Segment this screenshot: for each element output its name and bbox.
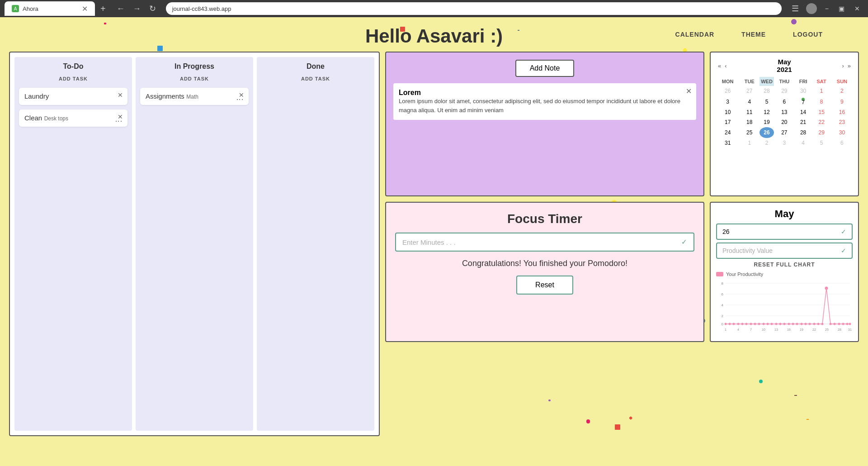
focus-timer-input[interactable]: Enter Minutes . . . ✓ bbox=[395, 233, 694, 252]
focus-timer-title: Focus Timer bbox=[507, 212, 582, 226]
nav-theme[interactable]: THEME bbox=[741, 31, 766, 38]
task-menu-assignments[interactable]: ⋮ bbox=[236, 96, 244, 101]
maximize-button[interactable]: ▣ bbox=[835, 4, 848, 13]
cal-day[interactable]: 2 bbox=[760, 138, 774, 148]
task-menu-clean[interactable]: ⋮ bbox=[114, 118, 123, 123]
cal-day[interactable]: 29 bbox=[774, 86, 795, 96]
extensions-button[interactable]: ☰ bbox=[789, 3, 802, 14]
cal-day[interactable]: 30 bbox=[795, 86, 812, 96]
cal-day[interactable]: 8 bbox=[811, 96, 831, 107]
cal-day[interactable]: 11 bbox=[739, 107, 760, 117]
cal-day[interactable]: 9 bbox=[831, 96, 853, 107]
nav-calendar[interactable]: CALENDAR bbox=[675, 31, 715, 38]
focus-timer-checkmark[interactable]: ✓ bbox=[681, 238, 687, 246]
add-task-todo-button[interactable]: ADD TASK bbox=[19, 74, 127, 83]
cal-day[interactable]: 21 bbox=[795, 117, 812, 127]
cal-day[interactable]: 29 bbox=[811, 127, 831, 138]
close-window-button[interactable]: ✕ bbox=[851, 4, 863, 13]
cal-day[interactable]: 3 bbox=[716, 96, 739, 107]
cal-day[interactable]: 7 bbox=[795, 96, 812, 107]
focus-reset-button[interactable]: Reset bbox=[516, 276, 573, 295]
chart-svg: 8 6 4 2 0 1 4 7 10 13 16 19 bbox=[716, 279, 853, 333]
minimize-button[interactable]: − bbox=[821, 4, 832, 13]
productivity-chart: 8 6 4 2 0 1 4 7 10 13 16 19 bbox=[716, 279, 853, 338]
cal-day[interactable]: 17 bbox=[716, 117, 739, 127]
browser-tab[interactable]: A Ahora ✕ bbox=[5, 1, 95, 16]
add-task-inprogress-button[interactable]: ADD TASK bbox=[140, 74, 249, 83]
productivity-date-input[interactable]: 26 ✓ bbox=[716, 223, 853, 240]
productivity-date-checkmark[interactable]: ✓ bbox=[841, 228, 846, 235]
svg-point-27 bbox=[750, 323, 752, 325]
task-card-clean: Clean Desk tops ✕ ⋮ bbox=[19, 109, 127, 127]
cal-day[interactable]: 12 bbox=[760, 107, 774, 117]
col-title-done: Done bbox=[261, 62, 370, 71]
productivity-reset-button[interactable]: RESET FULL CHART bbox=[716, 262, 853, 268]
cal-day[interactable]: 26 bbox=[716, 86, 739, 96]
cal-day[interactable]: 22 bbox=[811, 117, 831, 127]
cal-day[interactable]: 25 bbox=[739, 127, 760, 138]
add-note-button[interactable]: Add Note bbox=[515, 60, 575, 77]
cal-day[interactable]: 6 bbox=[774, 96, 795, 107]
cal-day[interactable]: 4 bbox=[795, 138, 812, 148]
cal-day[interactable]: 14 bbox=[795, 107, 812, 117]
note-card: Lorem ✕ Lorem ipsum dolor sit amet, cons… bbox=[393, 83, 696, 120]
main-layout: To-Do ADD TASK Laundry ✕ Clean Desk tops… bbox=[0, 52, 868, 436]
cal-day[interactable]: 27 bbox=[774, 127, 795, 138]
calendar-grid: MON TUE WED THU FRI SAT SUN 262728293012… bbox=[716, 77, 853, 148]
browser-controls: ← → ↻ bbox=[114, 3, 159, 14]
svg-point-44 bbox=[821, 323, 824, 325]
svg-point-31 bbox=[767, 323, 769, 325]
kanban-col-inprogress: In Progress ADD TASK Assignments Math ✕ … bbox=[136, 57, 253, 431]
cal-next-next[interactable]: » bbox=[846, 62, 853, 70]
note-delete-button[interactable]: ✕ bbox=[686, 87, 692, 95]
cal-day[interactable]: 4 bbox=[739, 96, 760, 107]
cal-day[interactable]: 10 bbox=[716, 107, 739, 117]
cal-day[interactable]: 18 bbox=[739, 117, 760, 127]
reload-button[interactable]: ↻ bbox=[146, 3, 159, 14]
cal-day[interactable]: 28 bbox=[760, 86, 774, 96]
cal-prev[interactable]: ‹ bbox=[723, 62, 728, 70]
window-controls: − ▣ ✕ bbox=[821, 4, 863, 13]
cal-day-header-fri: FRI bbox=[795, 77, 812, 86]
svg-text:28: 28 bbox=[838, 328, 841, 331]
task-delete-laundry[interactable]: ✕ bbox=[118, 91, 123, 99]
cal-day[interactable]: 24 bbox=[716, 127, 739, 138]
cal-day[interactable]: 5 bbox=[760, 96, 774, 107]
forward-button[interactable]: → bbox=[130, 3, 144, 14]
productivity-value-checkmark[interactable]: ✓ bbox=[841, 247, 846, 254]
cal-prev-prev[interactable]: « bbox=[716, 62, 723, 70]
note-body: Lorem ipsum dolor sit amet, consectetur … bbox=[399, 97, 691, 114]
cal-day[interactable]: 26 bbox=[760, 127, 774, 138]
new-tab-button[interactable]: + bbox=[100, 4, 106, 14]
cal-day[interactable]: 28 bbox=[795, 127, 812, 138]
cal-day[interactable]: 31 bbox=[716, 138, 739, 148]
back-button[interactable]: ← bbox=[114, 3, 127, 14]
nav-logout[interactable]: LOGOUT bbox=[793, 31, 823, 38]
cal-day[interactable]: 15 bbox=[811, 107, 831, 117]
cal-day[interactable]: 5 bbox=[811, 138, 831, 148]
productivity-value-input[interactable]: Productivity Value ✓ bbox=[716, 243, 853, 259]
add-task-done-button[interactable]: ADD TASK bbox=[261, 74, 370, 83]
cal-day[interactable]: 20 bbox=[774, 117, 795, 127]
cal-day[interactable]: 6 bbox=[831, 138, 853, 148]
address-bar[interactable]: journal-cc843.web.app bbox=[166, 2, 782, 15]
bottom-right-panels: Focus Timer Enter Minutes . . . ✓ Congra… bbox=[385, 202, 859, 342]
cal-day[interactable]: 19 bbox=[760, 117, 774, 127]
cal-day[interactable]: 1 bbox=[739, 138, 760, 148]
cal-day-header-sun: SUN bbox=[831, 77, 853, 86]
cal-day[interactable]: 23 bbox=[831, 117, 853, 127]
cal-day[interactable]: 2 bbox=[831, 86, 853, 96]
legend-color-indicator bbox=[716, 272, 723, 276]
cal-day[interactable]: 27 bbox=[739, 86, 760, 96]
cal-day[interactable]: 16 bbox=[831, 107, 853, 117]
cal-day[interactable]: 13 bbox=[774, 107, 795, 117]
cal-day-header-thu: THU bbox=[774, 77, 795, 86]
svg-point-33 bbox=[775, 323, 778, 325]
tab-close-button[interactable]: ✕ bbox=[82, 5, 88, 13]
cal-next[interactable]: › bbox=[840, 62, 845, 70]
cal-day[interactable]: 3 bbox=[774, 138, 795, 148]
cal-day[interactable]: 1 bbox=[811, 86, 831, 96]
cal-day[interactable]: 30 bbox=[831, 127, 853, 138]
svg-point-26 bbox=[745, 323, 748, 325]
user-avatar[interactable] bbox=[806, 3, 817, 14]
